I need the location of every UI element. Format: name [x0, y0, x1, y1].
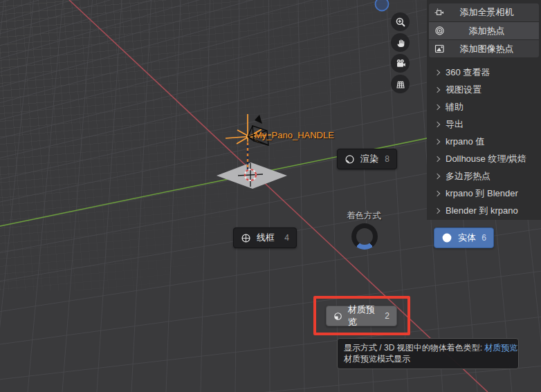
pie-item-label: 实体 [458, 232, 476, 244]
pan-hand-icon [395, 37, 406, 48]
panel-header-view-settings[interactable]: 视图设置 [427, 81, 541, 98]
pie-item-label: 线框 [257, 232, 275, 244]
panel-label: Blender 到 krpano [446, 205, 518, 217]
chevron-right-icon [434, 207, 440, 213]
panel-label: 多边形热点 [446, 170, 490, 183]
panel-header-blender-to-krpano[interactable]: Blender 到 krpano [427, 202, 541, 219]
panel-header-export[interactable]: 导出 [427, 115, 541, 133]
annotation-highlight-box [313, 296, 410, 335]
pan-button[interactable] [391, 33, 410, 52]
sidebar-action-group: 添加全景相机 添加热点 [429, 3, 539, 57]
image-hotspot-icon [429, 44, 450, 54]
blender-viewport: My_Pano_HANDLE 着色方式 [0, 0, 541, 392]
panel-label: 辅助 [446, 101, 464, 113]
panel-header-helpers[interactable]: 辅助 [427, 98, 541, 115]
chevron-right-icon [434, 138, 440, 144]
panel-header-krpano-to-blender[interactable]: krpano 到 Blender [427, 185, 541, 202]
object-name-label: My_Pano_HANDLE [255, 130, 334, 140]
panorama-camera-icon [429, 8, 450, 18]
chevron-right-icon [434, 173, 440, 178]
pie-item-solid[interactable]: 实体 6 [434, 227, 494, 248]
tooltip-line2: 材质预览模式显示 [344, 353, 512, 364]
tooltip: 显示方式 / 3D 视图中的物体着色类型: 材质预览 材质预览模式显示 [337, 338, 519, 369]
camera-view-icon [395, 58, 406, 69]
pie-item-rendered[interactable]: 渲染 8 [337, 149, 397, 169]
add-image-hotspot-button[interactable]: 添加图像热点 [429, 39, 539, 57]
rendered-sphere-icon [345, 154, 355, 165]
solid-sphere-icon [441, 232, 452, 243]
pie-item-hotkey: 8 [385, 154, 389, 164]
action-label: 添加图像热点 [450, 43, 539, 55]
tooltip-line1-text: 显示方式 / 3D 视图中的物体着色类型: [344, 343, 484, 353]
panel-header-krpano-values[interactable]: krpano 值 [427, 133, 541, 150]
plane-object[interactable] [217, 162, 287, 189]
panel-header-dollhouse-bake[interactable]: Dollhouse 纹理/烘焙 [427, 150, 541, 167]
chevron-right-icon [434, 86, 440, 92]
wireframe-sphere-icon [241, 233, 251, 243]
chevron-right-icon [434, 156, 440, 161]
camera-view-button[interactable] [391, 54, 410, 73]
action-label: 添加热点 [450, 25, 539, 37]
pie-menu-direction-ring [351, 223, 378, 250]
x-axis-line [69, 0, 488, 392]
hotspot-target-icon [429, 26, 450, 36]
orbit-gizmo[interactable] [376, 0, 389, 11]
panel-label: 导出 [446, 118, 464, 131]
zoom-in-icon [395, 17, 406, 28]
pie-item-hotkey: 4 [284, 233, 289, 243]
chevron-right-icon [434, 104, 440, 109]
zoom-in-button[interactable] [391, 12, 410, 31]
panel-label: krpano 值 [446, 136, 484, 148]
chevron-right-icon [434, 190, 440, 196]
add-panorama-camera-button[interactable]: 添加全景相机 [429, 3, 539, 21]
panel-header-polygon-hotspot[interactable]: 多边形热点 [427, 167, 541, 185]
chevron-right-icon [434, 121, 440, 127]
chevron-right-icon [434, 69, 440, 75]
pie-item-label: 渲染 [360, 153, 378, 165]
pie-item-wireframe[interactable]: 线框 4 [233, 227, 297, 248]
pie-menu-title: 着色方式 [325, 210, 403, 222]
panel-header-360-viewer[interactable]: 360 查看器 [427, 64, 541, 81]
tooltip-line1: 显示方式 / 3D 视图中的物体着色类型: 材质预览 [344, 342, 512, 353]
grid-view-button[interactable] [391, 75, 410, 93]
panel-label: krpano 到 Blender [446, 187, 518, 200]
tooltip-line1-value: 材质预览 [484, 343, 517, 353]
pie-item-hotkey: 6 [482, 233, 486, 243]
add-hotspot-button[interactable]: 添加热点 [429, 21, 539, 39]
action-label: 添加全景相机 [450, 6, 539, 19]
panel-label: 视图设置 [446, 84, 482, 96]
sidebar-panel: 添加全景相机 添加热点 [427, 0, 541, 220]
panel-label: 360 查看器 [446, 66, 490, 79]
grid-ortho-icon [395, 79, 406, 90]
panel-label: Dollhouse 纹理/烘焙 [446, 153, 526, 165]
